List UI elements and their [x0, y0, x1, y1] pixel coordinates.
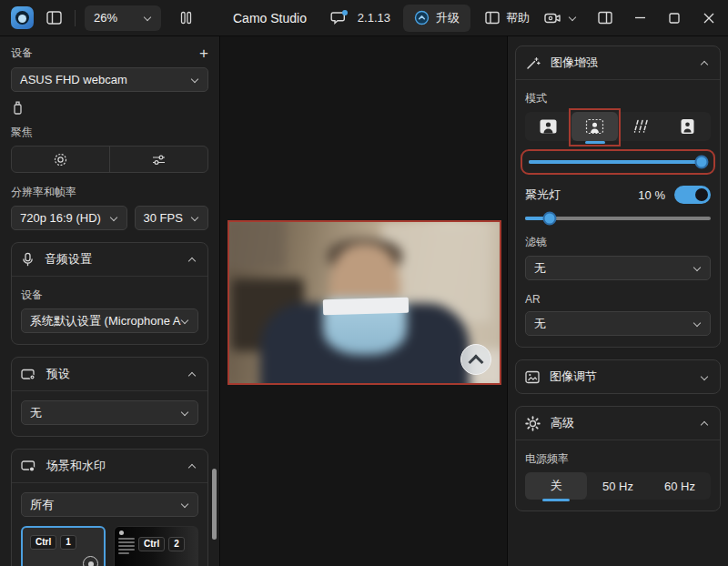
layout-panel-icon[interactable] — [595, 8, 615, 28]
camera-select-button[interactable] — [544, 11, 577, 25]
titlebar-divider — [75, 10, 76, 26]
device-dropdown[interactable]: ASUS FHD webcam — [11, 67, 208, 92]
add-device-button[interactable]: + — [199, 45, 208, 61]
image-adjust-icon — [525, 370, 540, 384]
camera-icon — [544, 11, 562, 25]
resolution-value: 720p 16:9 (HD) — [20, 211, 101, 225]
power-60hz-option[interactable]: 60 Hz — [649, 472, 711, 500]
audio-settings-header[interactable]: 音频设置 — [12, 243, 207, 276]
mode-person-icon — [539, 118, 558, 135]
close-button[interactable] — [699, 8, 719, 28]
focus-label: 聚焦 — [11, 125, 208, 140]
chevron-down-icon — [693, 319, 702, 328]
scene-thumbnail-1[interactable]: Ctrl 1 — [21, 526, 106, 566]
microphone-icon — [21, 252, 35, 268]
chevron-down-icon — [181, 500, 189, 509]
annotation-box-slider — [521, 149, 715, 175]
chevron-down-icon — [181, 409, 189, 417]
resolution-dropdown[interactable]: 720p 16:9 (HD) — [11, 206, 127, 230]
scene-thumbnail-2[interactable]: Ctrl 2 — [114, 526, 198, 566]
image-enhance-card: 图像增强 模式 — [515, 45, 721, 348]
chevron-down-icon — [181, 317, 189, 325]
app-version: 2.1.13 — [358, 11, 390, 25]
resolution-label: 分辨率和帧率 — [11, 185, 208, 200]
chat-bubble-icon[interactable] — [330, 10, 349, 26]
filter-label: 滤镜 — [525, 235, 711, 250]
chevron-down-icon — [191, 214, 199, 222]
mode-label: 模式 — [525, 91, 711, 106]
filter-dropdown[interactable]: 无 — [525, 256, 711, 280]
power-frequency-control: 关 50 Hz 60 Hz — [525, 472, 711, 500]
ar-label: AR — [525, 293, 711, 306]
advanced-header[interactable]: 高级 — [516, 407, 720, 440]
chevron-up-icon — [188, 370, 197, 379]
audio-device-value: 系统默认设置 (Microphone Arr... — [30, 313, 181, 329]
device-value: ASUS FHD webcam — [20, 73, 127, 86]
watermark-camera-icon — [460, 344, 491, 375]
presets-header[interactable]: 预设 — [12, 358, 207, 390]
audio-settings-title: 音频设置 — [45, 251, 92, 268]
mode-badge-button[interactable] — [664, 112, 711, 141]
advanced-title: 高级 — [551, 415, 574, 431]
scene-filter-value: 所有 — [30, 497, 54, 513]
power-frequency-label: 电源频率 — [525, 451, 711, 467]
mode-blur-button[interactable] — [618, 112, 664, 141]
upgrade-label: 升级 — [436, 10, 460, 26]
ar-dropdown[interactable]: 无 — [525, 311, 711, 336]
autofocus-button[interactable] — [12, 147, 110, 172]
chevron-down-icon — [144, 14, 152, 22]
mode-standard-button[interactable] — [525, 112, 571, 141]
image-adjust-card: 图像调节 — [515, 359, 721, 394]
spotlight-value: 10 % — [638, 188, 665, 202]
help-button[interactable]: 帮助 — [485, 10, 530, 26]
status-dot — [119, 531, 124, 535]
fps-dropdown[interactable]: 30 FPS — [135, 206, 208, 230]
preset-value: 无 — [30, 405, 42, 421]
kbd-ctrl: Ctrl — [138, 537, 165, 551]
image-adjust-header[interactable]: 图像调节 — [516, 360, 720, 393]
preset-dropdown[interactable]: 无 — [21, 400, 198, 425]
chevron-down-icon — [701, 373, 709, 381]
presets-title: 预设 — [46, 366, 70, 382]
scenes-title: 场景和水印 — [46, 458, 106, 474]
chevron-up-icon — [701, 419, 709, 428]
advanced-card: 高级 电源频率 关 50 Hz 60 Hz — [515, 406, 721, 511]
upgrade-button[interactable]: 升级 — [403, 5, 470, 32]
chevron-down-icon — [191, 76, 199, 84]
kbd-num: 2 — [168, 537, 185, 551]
scenes-header[interactable]: 场景和水印 — [12, 450, 207, 482]
device-label: 设备 — [11, 45, 33, 61]
sidebar-toggle-icon[interactable] — [46, 11, 62, 25]
pause-icon[interactable] — [179, 11, 193, 25]
power-off-option[interactable]: 关 — [525, 472, 587, 500]
slider-knob[interactable] — [695, 156, 709, 169]
audio-settings-card: 音频设置 设备 系统默认设置 (Microphone Arr... — [11, 242, 208, 345]
enhance-strength-slider[interactable] — [529, 160, 707, 164]
presets-card: 预设 无 — [11, 357, 208, 437]
left-panel-scrollbar[interactable] — [212, 469, 217, 540]
image-adjust-title: 图像调节 — [550, 369, 597, 385]
audio-device-label: 设备 — [21, 288, 198, 303]
manual-focus-icon — [151, 153, 167, 167]
help-label: 帮助 — [506, 10, 530, 26]
mode-blur-icon — [632, 118, 651, 135]
minimize-button[interactable] — [630, 8, 650, 28]
slider-knob[interactable] — [542, 212, 556, 226]
spotlight-slider[interactable] — [525, 217, 711, 220]
left-panel: 设备 + ASUS FHD webcam 聚焦 分辨率和帧率 720p 16:9… — [0, 36, 220, 566]
privacy-censor-bar — [323, 298, 409, 315]
spotlight-toggle[interactable] — [674, 186, 711, 204]
zoom-level-dropdown[interactable]: 26% — [85, 5, 161, 31]
manual-focus-button[interactable] — [110, 147, 207, 172]
right-panel: 图像增强 模式 — [507, 36, 728, 566]
power-50hz-option[interactable]: 50 Hz — [587, 472, 649, 500]
mode-portrait-button[interactable] — [571, 112, 618, 141]
magic-wand-icon — [525, 56, 541, 71]
audio-device-dropdown[interactable]: 系统默认设置 (Microphone Arr... — [21, 308, 198, 333]
maximize-button[interactable] — [664, 8, 684, 28]
image-enhance-header[interactable]: 图像增强 — [516, 46, 720, 79]
video-preview[interactable] — [228, 220, 501, 385]
ar-value: 无 — [534, 316, 546, 332]
scene-filter-dropdown[interactable]: 所有 — [21, 492, 198, 517]
spotlight-label: 聚光灯 — [525, 187, 561, 203]
